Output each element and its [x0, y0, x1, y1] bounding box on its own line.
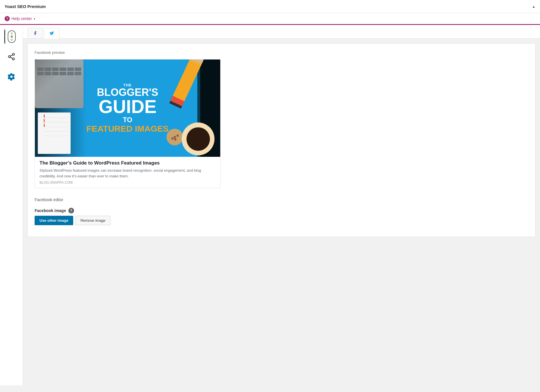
top-bar: Yoast SEO Premium ▲ [0, 0, 540, 13]
facebook-preview-image: THE BLOGGER'S GUIDE TO FEATURED IMAGES [35, 60, 220, 157]
tl-dot-blue [11, 39, 13, 41]
notepad-element [38, 112, 71, 154]
help-question-icon: ? [5, 16, 10, 21]
tabs-bar [23, 25, 540, 39]
facebook-preview-info: The Blogger's Guide to WordPress Feature… [35, 157, 220, 188]
text-bloggers: BLOGGER'S [86, 87, 169, 98]
tl-dot-red [11, 32, 13, 35]
main-layout: Facebook preview [0, 25, 540, 385]
share-icon [7, 53, 15, 61]
panel-content: Facebook preview [28, 43, 535, 237]
remove-image-button[interactable]: Remove image [76, 216, 110, 225]
pencil-element [169, 60, 204, 109]
traffic-light-icon [8, 30, 16, 43]
blog-main-text: THE BLOGGER'S GUIDE TO FEATURED IMAGES [86, 83, 169, 134]
text-guide: GUIDE [86, 98, 169, 116]
cookie-element [166, 129, 183, 145]
facebook-image-label-text: Facebook image [35, 208, 66, 213]
facebook-preview-description: Stylized WordPress featured images can i… [39, 168, 216, 179]
facebook-preview-label: Facebook preview [35, 50, 528, 55]
facebook-icon [33, 31, 37, 35]
facebook-image-field: Facebook image ? Use other image Remove … [35, 208, 528, 225]
svg-line-3 [10, 57, 13, 59]
keyboard-element [35, 60, 84, 108]
app-title: Yoast SEO Premium [5, 4, 46, 9]
use-other-image-button[interactable]: Use other image [35, 216, 73, 225]
facebook-editor-label: Facebook editor [35, 197, 528, 202]
tab-facebook[interactable] [27, 28, 43, 38]
coffee-cup-element [182, 122, 215, 155]
help-bar: ? Help center ▾ [0, 13, 540, 25]
facebook-preview-title: The Blogger's Guide to WordPress Feature… [39, 160, 216, 166]
svg-line-4 [10, 55, 13, 56]
gear-icon [7, 73, 15, 81]
collapse-icon[interactable]: ▲ [532, 5, 535, 9]
sidebar-item-settings[interactable] [4, 70, 19, 84]
tab-twitter[interactable] [44, 28, 59, 39]
main-panel: Facebook preview [27, 43, 535, 237]
content-area: Facebook preview [23, 25, 540, 385]
help-center-button[interactable]: ? Help center ▾ [5, 16, 35, 21]
sidebar [0, 25, 23, 385]
tl-dot-green [11, 35, 13, 38]
facebook-preview-domain: BLOG.SNAPPA.COM [39, 181, 216, 185]
help-chevron-icon: ▾ [34, 17, 35, 20]
text-to: TO [86, 116, 169, 124]
image-button-row: Use other image Remove image [35, 216, 528, 225]
sidebar-item-social[interactable] [4, 50, 19, 64]
help-center-label: Help center [11, 16, 32, 21]
twitter-icon [49, 31, 54, 35]
blog-image-background: THE BLOGGER'S GUIDE TO FEATURED IMAGES [35, 60, 220, 157]
facebook-image-help-icon[interactable]: ? [68, 208, 74, 213]
text-featured: FEATURED IMAGES [86, 124, 169, 134]
facebook-image-label: Facebook image ? [35, 208, 528, 213]
sidebar-item-seo-analysis[interactable] [4, 29, 19, 44]
facebook-preview-card: THE BLOGGER'S GUIDE TO FEATURED IMAGES [35, 59, 221, 188]
